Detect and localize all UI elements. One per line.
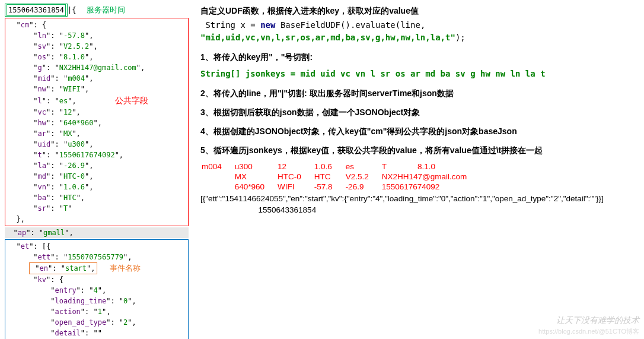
- udf-title: 自定义UDF函数，根据传入进来的key，获取对应的value值: [200, 6, 639, 17]
- step-4: 4、根据创建的JSONObject对象，传入key值"cm"得到公共字段的jso…: [200, 126, 639, 137]
- cm-fields-box: "cm": { "ln": "-57.8", "sv": "V2.5.2", "…: [5, 18, 189, 226]
- json-source-panel: 1550643361854|{ 服务器时间 "cm": { "ln": "-57…: [5, 4, 189, 339]
- result-values-table: m004u300121.0.6esT8.1.0 MXHTC-0HTCV2.5.2…: [200, 161, 480, 192]
- event-name-label: 事件名称: [110, 264, 141, 273]
- step-2: 2、将传入的line，用"|"切割: 取出服务器时间serverTime和jso…: [200, 88, 639, 99]
- step-3: 3、根据切割后获取的json数据，创建一个JSONObject对象: [200, 107, 639, 118]
- step-5: 5、循环遍历jsonkeys，根据key值，获取公共字段的value，将所有va…: [200, 145, 639, 156]
- step-1-code: String[] jsonkeys = mid uid vc vn l sr o…: [200, 69, 546, 78]
- explanation-panel: 自定义UDF函数，根据传入进来的key，获取对应的value值 String x…: [200, 4, 639, 339]
- step-1: 1、将传入的key用"，"号切割:: [200, 52, 639, 63]
- server-timestamp: 1550643361854: [7, 4, 66, 16]
- server-time-label: 服务器时间: [85, 5, 127, 14]
- et-fields-box: "et": [{ "ett": "1550707565779", "en": "…: [5, 239, 189, 339]
- public-fields-label: 公共字段: [115, 96, 148, 105]
- result-json-output: [{"ett":"1541146624055","en":"start","kv…: [200, 194, 639, 216]
- udf-code-sample: String x = new BaseFieldUDF().evaluate(l…: [200, 19, 639, 44]
